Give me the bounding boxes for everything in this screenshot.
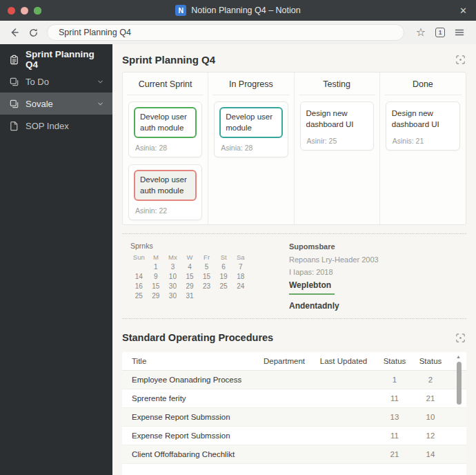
cell-title: Sprerente ferity [122,394,258,403]
kanban-card[interactable]: Develop user auth module Asinia: 28 [128,101,202,157]
zoom-traffic-light[interactable] [34,7,41,14]
stacked-pages-icon [8,98,19,109]
info-heading: Supomsbare [289,242,379,251]
calendar-date: 4 [181,263,199,271]
main-content: Sprint Planning Q4 Current Sprint Develo… [112,44,476,475]
calendar-date: 9 [148,273,165,280]
widgets-strip: Sprnks Sun M Mx W Fr St Sa 1 3 4 5 6 7 [122,233,466,319]
cell-status: 21 [377,450,413,458]
kanban-board: Current Sprint Develop user auth module … [122,72,466,225]
calendar-date [215,292,232,300]
card-meta: Asinis: 21 [391,137,455,145]
chevron-down-icon[interactable] [97,78,104,86]
table-row[interactable]: Sprerente ferity 11 21 [122,389,466,408]
sidebar-item-to-do[interactable]: To Do [0,70,112,93]
calendar-date: 15 [148,282,165,290]
table-row[interactable]: Client Offoffabaring Chechlikt 21 14 [122,445,466,464]
back-icon[interactable] [6,24,22,41]
sidebar-item-sprint-planning[interactable]: Sprint Planning Q4 [0,48,112,70]
calendar-date: 29 [148,292,165,300]
calendar-day-label: St [215,253,232,261]
traffic-lights [8,7,41,14]
kanban-column-current-sprint: Current Sprint Develop user auth module … [123,72,208,225]
notion-logo-icon: N [175,5,186,16]
address-bar-text: Sprint Planning Q4 [59,28,131,37]
cell-status: 1 [377,376,413,384]
sop-table: Title Department Last Updated Status Sta… [122,352,466,475]
calendar-date: 30 [164,282,181,290]
page-icon [8,120,19,131]
column-header-title: Title [122,357,258,365]
sidebar-item-label: Sovale [26,99,53,109]
reload-icon[interactable] [25,24,41,41]
column-header-department: Department [258,357,310,365]
column-header-status: Status [413,357,448,365]
cell-title: Employee Onanadring Process [122,376,258,384]
sidebar-item-sovale[interactable]: Sovale [0,93,112,115]
chevron-down-icon[interactable] [97,100,104,108]
column-header: In Progress [212,72,289,95]
cell-status: 2 [413,376,448,384]
close-traffic-light[interactable] [8,7,15,14]
table-row[interactable]: Employee Onanadring Process 1 2 [122,371,466,389]
window-close-icon[interactable]: ✕ [459,6,467,16]
kanban-card[interactable]: Design new dashboard UI Asinir: 25 [300,101,374,151]
calendar-date: 6 [215,263,232,271]
expand-icon[interactable] [454,331,466,344]
kanban-card[interactable]: Develop user module Asinia: 28 [214,101,288,157]
calendar-date: 31 [181,292,199,300]
info-line: I Iapas: 2018 [289,268,379,276]
calendar-date: 18 [232,273,249,280]
calendar-date: 19 [215,273,232,280]
calendar-title: Sprnks [130,242,249,250]
calendar-date: 10 [164,273,181,280]
mini-calendar: Sprnks Sun M Mx W Fr St Sa 1 3 4 5 6 7 [130,242,249,311]
sop-section-title: Standard Operating Procedures [122,332,273,343]
column-header: Done [384,72,462,95]
window-title: Notion Planning Q4 – Notion [191,6,300,15]
card-meta: Asinir: 25 [306,137,368,145]
menu-hamburger-icon[interactable] [451,25,468,40]
cell-status: 14 [413,450,448,458]
sidebar-item-sop-index[interactable]: SOP Index [0,115,112,137]
kanban-column-done: Done Design new dashboard UI Asinis: 21 [380,72,466,225]
table-row[interactable]: Expense Report Submssion 13 10 [122,408,466,427]
calendar-date: 7 [232,263,249,271]
expand-icon[interactable] [454,53,466,66]
address-bar[interactable]: Sprint Planning Q4 [47,24,404,41]
cell-title: Client Offoffabaring Chechlikt [122,450,258,458]
card-title: Develop user auth module [134,107,197,138]
bookmark-star-icon[interactable]: ☆ [413,25,429,40]
calendar-date: 25 [215,282,232,290]
calendar-date: 25 [130,292,148,300]
card-title: Design new dashboard UI [391,107,455,131]
column-header: Current Sprint [127,72,204,95]
calendar-date: 24 [232,282,249,290]
minimize-traffic-light[interactable] [21,7,28,14]
table-row[interactable]: Expense Report Submssion 11 12 [122,427,466,445]
kanban-card[interactable]: Develop user auth module Asinin: 22 [128,164,202,220]
cell-title: Expense Report Submssion [122,413,258,421]
calendar-date: 1 [148,263,165,271]
kanban-column-in-progress: In Progress Develop user module Asinia: … [208,72,294,225]
scrollbar-thumb[interactable] [457,362,462,405]
page-title: Sprint Planning Q4 [122,54,215,66]
card-meta: Asinia: 28 [219,144,282,152]
column-header-last-updated: Last Updated [310,357,377,365]
card-title: Design new dashboard UI [306,107,368,131]
cell-status: 21 [413,394,448,403]
scrollbar-up-icon[interactable]: ▲ [456,354,461,359]
calendar-day-label: Sun [130,253,148,261]
table-header-row: Title Department Last Updated Status Sta… [122,352,466,371]
info-link[interactable]: Weplebton [289,280,379,290]
column-header: Testing [299,72,375,95]
info-line: Repoans Lry-Header 2003 [289,255,379,264]
card-title: Develop user auth module [134,170,197,201]
column-header-status: Status [377,357,413,365]
stacked-pages-icon [8,76,19,87]
info-link[interactable]: Andentadnly [289,301,379,311]
calendar-date [130,263,148,271]
calendar-day-label: Mx [164,253,181,261]
kanban-card[interactable]: Design new dashboard UI Asinis: 21 [386,101,460,151]
tab-counter-icon[interactable]: 1 [432,25,448,40]
